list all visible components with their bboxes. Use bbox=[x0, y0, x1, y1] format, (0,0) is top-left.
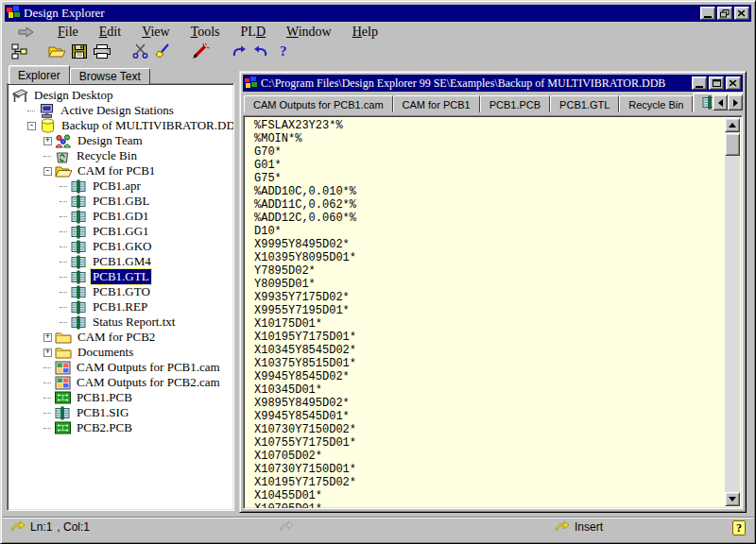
menu-file[interactable]: File bbox=[47, 25, 89, 40]
expand-icon[interactable]: + bbox=[43, 137, 52, 145]
tree-connector bbox=[43, 413, 51, 414]
tree-item-recycle-bin[interactable]: Recycle Bin bbox=[8, 148, 233, 163]
tree-connector bbox=[43, 382, 51, 383]
code-line: G75* bbox=[254, 172, 723, 185]
tab-label: Explorer bbox=[18, 69, 60, 82]
tree-item-pcb1-sig[interactable]: PCB1.SIG bbox=[8, 405, 233, 420]
menu-window[interactable]: Window bbox=[276, 25, 342, 40]
tree-item-cam-for-pcb2[interactable]: +CAM for PCB2 bbox=[8, 330, 233, 345]
collapse-icon[interactable]: - bbox=[43, 167, 52, 176]
code-line: X9945Y8545D01* bbox=[254, 410, 723, 423]
help-button[interactable]: ? bbox=[272, 42, 295, 63]
doc-icon bbox=[70, 300, 87, 314]
tree-item-label: Backup of MULTIVIBRATOR.DDB bbox=[60, 118, 234, 133]
document-title-bar: C:\Program Files\Design Explorer 99 SE\E… bbox=[243, 75, 743, 92]
redo-button[interactable] bbox=[249, 42, 272, 63]
menu-edit[interactable]: Edit bbox=[89, 25, 131, 40]
tree-item-label: PCB1.GKO bbox=[91, 239, 154, 254]
design-manager-button[interactable] bbox=[8, 42, 30, 63]
cut-button[interactable] bbox=[129, 42, 151, 63]
explorer-panel: ExplorerBrowse Text Design DesktopActive… bbox=[7, 65, 234, 511]
tree-item-pcb1-apr[interactable]: PCB1.apr bbox=[8, 178, 233, 194]
tree-item-label: Active Design Stations bbox=[59, 103, 176, 118]
tree-item-pcb1-rep[interactable]: PCB1.REP bbox=[8, 299, 233, 314]
document-tab-pcb1-gtl[interactable]: PCB1.GTL bbox=[550, 95, 619, 112]
document-maximize-button[interactable] bbox=[709, 76, 724, 90]
tree-item-cam-for-pcb1[interactable]: -CAM for PCB1 bbox=[8, 163, 233, 178]
tree-connector bbox=[43, 367, 51, 368]
document-tab-recycle-bin[interactable]: Recycle Bin bbox=[619, 95, 693, 112]
paste-button[interactable] bbox=[151, 42, 174, 63]
doc-icon bbox=[70, 210, 87, 224]
status-help-icon[interactable]: ? bbox=[732, 520, 746, 536]
document-minimize-button[interactable] bbox=[692, 76, 707, 90]
minimize-button[interactable] bbox=[700, 7, 715, 20]
tree-item-design-desktop[interactable]: Design Desktop bbox=[8, 88, 233, 103]
tree-item-cam-outputs-for-pcb1-cam[interactable]: CAM Outputs for PCB1.cam bbox=[8, 360, 233, 375]
undo-button[interactable] bbox=[227, 42, 249, 63]
text-editor[interactable]: %FSLAX23Y23*%%MOIN*%G70*G01*G75*%ADD10C,… bbox=[243, 115, 743, 509]
document-window: C:\Program Files\Design Explorer 99 SE\E… bbox=[239, 71, 747, 513]
document-tab-cam-for-pcb1[interactable]: CAM for PCB1 bbox=[393, 95, 480, 112]
open-folder-icon bbox=[48, 44, 66, 62]
code-line: Y7895D02* bbox=[254, 264, 723, 278]
menu-tools[interactable]: Tools bbox=[180, 25, 231, 40]
tree-item-pcb1-gg1[interactable]: PCB1.GG1 bbox=[8, 224, 233, 239]
tree-item-status-report-txt[interactable]: Status Report.txt bbox=[8, 314, 233, 330]
tree-item-active-design-stations[interactable]: Active Design Stations bbox=[8, 103, 233, 118]
collapse-icon[interactable]: - bbox=[27, 122, 36, 130]
document-close-button[interactable] bbox=[726, 76, 741, 90]
doc-icon bbox=[70, 285, 87, 299]
tree-item-pcb1-gd1[interactable]: PCB1.GD1 bbox=[8, 209, 233, 224]
editor-content[interactable]: %FSLAX23Y23*%%MOIN*%G70*G01*G75*%ADD10C,… bbox=[244, 116, 725, 508]
menu-help[interactable]: Help bbox=[342, 25, 388, 40]
vertical-scrollbar[interactable] bbox=[725, 118, 740, 506]
expand-icon[interactable]: + bbox=[43, 348, 52, 357]
scroll-down-button[interactable] bbox=[725, 492, 740, 506]
status-bar: Ln:1 , Col:1 Insert ? bbox=[3, 517, 753, 537]
wizard-button[interactable] bbox=[189, 42, 212, 63]
tree-item-cam-outputs-for-pcb2-cam[interactable]: CAM Outputs for PCB2.cam bbox=[8, 375, 233, 390]
code-line: X10705D02* bbox=[254, 450, 723, 463]
close-button[interactable] bbox=[734, 7, 749, 20]
pen-icon bbox=[191, 43, 210, 62]
restore-button[interactable] bbox=[717, 7, 732, 20]
scrollbar-thumb[interactable] bbox=[725, 133, 740, 156]
save-button[interactable] bbox=[68, 42, 91, 63]
menu-arrow-icon[interactable] bbox=[18, 27, 34, 38]
explorer-tree-panel: Design DesktopActive Design Stations-Bac… bbox=[7, 83, 234, 511]
tree-item-label: PCB1.GTO bbox=[91, 284, 152, 299]
open-document-button[interactable] bbox=[45, 42, 68, 63]
cam-icon bbox=[54, 361, 71, 375]
tree-item-backup-of-multivibrator-ddb[interactable]: -Backup of MULTIVIBRATOR.DDB bbox=[8, 118, 233, 133]
tree-item-pcb1-gbl[interactable]: PCB1.GBL bbox=[8, 194, 233, 209]
tree-item-pcb1-gto[interactable]: PCB1.GTO bbox=[8, 284, 233, 299]
doc-icon bbox=[70, 240, 87, 254]
tree-item-pcb2-pcb[interactable]: PCB2.PCB bbox=[8, 420, 233, 435]
scroll-up-button[interactable] bbox=[725, 118, 740, 132]
tree-item-pcb1-gm4[interactable]: PCB1.GM4 bbox=[8, 254, 233, 269]
floppy-icon bbox=[72, 44, 87, 62]
code-line: X10175D01* bbox=[254, 317, 723, 331]
print-button[interactable] bbox=[91, 42, 113, 63]
tab-scroll-left-button[interactable] bbox=[713, 94, 728, 110]
column-indicator: , Col:1 bbox=[57, 520, 90, 534]
document-tab-pcb1-pcb[interactable]: PCB1.PCB bbox=[480, 95, 550, 112]
tree-item-design-team[interactable]: +Design Team bbox=[8, 133, 233, 148]
code-line: X10730Y7150D01* bbox=[254, 463, 723, 476]
doc-icon bbox=[70, 270, 87, 284]
tab-explorer[interactable]: Explorer bbox=[9, 65, 70, 84]
tree-item-pcb1-gtl[interactable]: PCB1.GTL bbox=[8, 269, 233, 284]
expand-icon[interactable]: + bbox=[43, 333, 52, 342]
tree-item-documents[interactable]: +Documents bbox=[8, 345, 233, 360]
code-line: D10* bbox=[254, 225, 723, 238]
explorer-tree: Design DesktopActive Design Stations-Bac… bbox=[8, 84, 233, 435]
tree-item-pcb1-gko[interactable]: PCB1.GKO bbox=[8, 239, 233, 254]
tab-browse-text[interactable]: Browse Text bbox=[70, 68, 150, 84]
tab-scroll-right-button[interactable] bbox=[728, 94, 743, 110]
tree-item-pcb1-pcb[interactable]: PCB1.PCB bbox=[8, 390, 233, 405]
menu-view[interactable]: View bbox=[131, 25, 180, 40]
document-tab-cam-outputs-for-pcb1-cam[interactable]: CAM Outputs for PCB1.cam bbox=[244, 95, 393, 112]
menu-pld[interactable]: PLD bbox=[231, 25, 276, 40]
code-line: %ADD12C,0.060*% bbox=[254, 212, 723, 225]
